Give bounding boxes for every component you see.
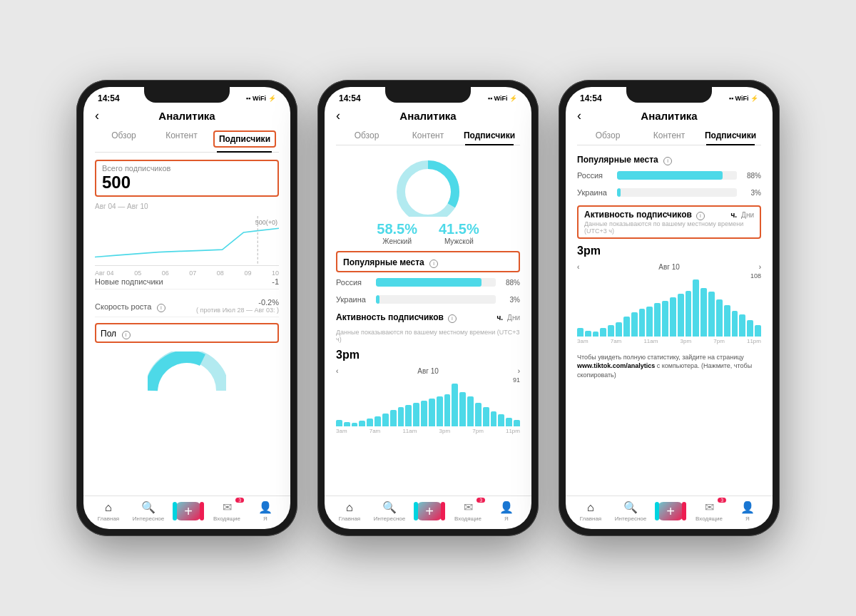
time-labels-2: 3am 7am 11am 3pm 7pm 11pm <box>336 428 520 434</box>
nav-plus-2[interactable]: + <box>415 502 444 520</box>
back-button-2[interactable]: ‹ <box>336 108 340 123</box>
bottom-nav-3: ⌂ Главная 🔍 Интересное + ✉ 3 Входящие <box>566 496 773 529</box>
pie-svg-2 <box>389 153 467 217</box>
nav-inbox-3[interactable]: ✉ 3 Входящие <box>695 500 723 522</box>
russia-bar-fill-3 <box>617 171 723 180</box>
tab-overview-3[interactable]: Обзор <box>577 126 638 145</box>
plus-button-3[interactable]: + <box>658 502 683 520</box>
nav-home-1[interactable]: ⌂ Главная <box>94 501 123 522</box>
russia-label-2: Россия <box>336 278 372 287</box>
header-title-1: Аналитика <box>158 110 215 122</box>
new-subscribers-value-1: -1 <box>272 277 279 286</box>
new-subscribers-label-1: Новые подписчики <box>95 277 163 286</box>
tab-subscribers-highlight-1: Подписчики <box>213 130 276 148</box>
nav-me-3[interactable]: 👤 Я <box>733 500 762 522</box>
chart-svg-1 <box>95 216 279 265</box>
hours-toggle-3[interactable]: ч. <box>731 211 738 219</box>
phone-2: 14:54 ▪▪ WiFi ⚡ ‹ Аналитика Обзор Контен… <box>317 80 539 536</box>
screen-content-2: 58.5% Женский 41.5% Мужской Популярные м… <box>325 145 531 496</box>
nav-home-2[interactable]: ⌂ Главная <box>335 501 364 522</box>
activity-note-2: Данные показываются по вашему местному в… <box>336 329 520 343</box>
footer-link-3[interactable]: www.tiktok.com/analytics <box>577 362 655 369</box>
semi-pie-svg-1 <box>148 351 226 394</box>
tab-content-1[interactable]: Контент <box>153 126 210 152</box>
nav-discover-3[interactable]: 🔍 Интересное <box>615 500 646 522</box>
days-toggle-3[interactable]: Дни <box>741 211 754 219</box>
growth-info-icon-1[interactable]: i <box>157 304 165 312</box>
bar-h3 <box>359 421 365 426</box>
activity-info-icon-2[interactable]: i <box>448 314 457 323</box>
app-header-1: ‹ Аналитика Обзор Контент Подписчики <box>83 107 290 153</box>
bar-h12 <box>429 399 435 426</box>
growth-label-1: Скорость роста <box>95 302 151 311</box>
female-stat-2: 58.5% Женский <box>377 221 417 245</box>
inbox-icon-3: ✉ <box>705 500 714 514</box>
tab-subscribers-2[interactable]: Подписчики <box>459 126 520 145</box>
bar-h18 <box>475 403 482 426</box>
tab-content-2[interactable]: Контент <box>397 126 459 145</box>
bar-h17 <box>467 396 474 426</box>
chart-max-3: 108 <box>750 272 761 279</box>
nav-home-3[interactable]: ⌂ Главная <box>576 501 605 522</box>
nav-discover-1[interactable]: 🔍 Интересное <box>133 500 164 522</box>
back-button-1[interactable]: ‹ <box>95 108 99 123</box>
header-title-3: Аналитика <box>641 110 697 122</box>
tab-subscribers-3[interactable]: Подписчики <box>700 126 761 145</box>
phone-2-screen: 14:54 ▪▪ WiFi ⚡ ‹ Аналитика Обзор Контен… <box>325 87 531 529</box>
nav-inbox-2[interactable]: ✉ 3 Входящие <box>454 500 482 522</box>
me-icon-1: 👤 <box>258 500 272 514</box>
status-time-3: 14:54 <box>580 93 602 103</box>
inbox-badge-1: 3 <box>235 498 244 503</box>
chart-labels-1: Авг 04 05 06 07 08 09 10 <box>95 270 279 277</box>
back-button-3[interactable]: ‹ <box>577 108 581 123</box>
inbox-badge-3: 3 <box>718 498 726 503</box>
activity-title-3: Активность подписчиков <box>584 210 692 220</box>
activity-info-icon-3[interactable]: i <box>696 212 705 220</box>
toggle-group-3: ч. Дни <box>731 211 754 219</box>
inbox-badge-2: 3 <box>477 498 485 503</box>
popular-info-icon-3[interactable]: i <box>663 157 672 165</box>
me-icon-3: 👤 <box>740 500 755 514</box>
bottom-nav-1: ⌂ Главная 🔍 Интересное + ✉ 3 Входящие <box>83 496 290 529</box>
home-icon-3: ⌂ <box>587 501 594 514</box>
hours-toggle-2[interactable]: ч. <box>497 314 504 322</box>
tab-overview-1[interactable]: Обзор <box>95 126 153 152</box>
plus-button-1[interactable]: + <box>175 502 201 520</box>
date-nav-2: ‹ Авг 10 › <box>336 367 520 375</box>
tab-content-3[interactable]: Контент <box>638 126 700 145</box>
status-time-2: 14:54 <box>339 93 361 103</box>
screen-content-1: Всего подписчиков 500 Авг 04 — Авг 10 50… <box>83 153 290 496</box>
popular-title-2: Популярные места <box>343 257 424 267</box>
footer-text-3: Чтобы увидеть полную статистику, зайдите… <box>577 353 761 380</box>
nav-plus-1[interactable]: + <box>174 502 203 520</box>
inbox-icon-2: ✉ <box>464 500 473 514</box>
total-subscribers-box-1: Всего подписчиков 500 <box>95 160 279 197</box>
ukraine-bar-track-3 <box>617 188 737 197</box>
popular-section-3: Популярные места i <box>577 153 761 165</box>
nav-me-2[interactable]: 👤 Я <box>492 500 521 522</box>
status-time-1: 14:54 <box>98 93 120 103</box>
nav-plus-3[interactable]: + <box>656 502 685 520</box>
total-label-1: Всего подписчиков <box>102 164 272 173</box>
activity-note-3: Данные показываются по вашему местному в… <box>584 220 754 235</box>
ukraine-pct-2: 3% <box>500 296 520 304</box>
activity-header-3: Активность подписчиков i ч. Дни <box>584 210 754 220</box>
tabs-row-2: Обзор Контент Подписчики <box>336 126 520 145</box>
plus-button-2[interactable]: + <box>417 502 442 520</box>
screen-content-3: Популярные места i Россия 88% Украина <box>566 145 773 496</box>
ukraine-bar-row-3: Украина 3% <box>577 188 761 197</box>
tab-subscribers-1[interactable]: Подписчики <box>210 126 279 152</box>
popular-info-icon-2[interactable]: i <box>429 260 438 268</box>
nav-me-1[interactable]: 👤 Я <box>251 500 280 522</box>
nav-inbox-1[interactable]: ✉ 3 Входящие <box>213 500 241 522</box>
nav-discover-2[interactable]: 🔍 Интересное <box>374 500 405 522</box>
time-label-2: 3pm <box>336 349 520 361</box>
semi-pie-1 <box>95 351 279 394</box>
days-toggle-2[interactable]: Дни <box>507 314 520 322</box>
tab-overview-2[interactable]: Обзор <box>336 126 397 145</box>
ukraine-bar-fill-2 <box>376 295 379 304</box>
male-stat-2: 41.5% Мужской <box>439 221 479 245</box>
chart-max-2: 91 <box>513 376 520 384</box>
gender-label-1: Пол <box>101 329 116 339</box>
gender-info-icon-1[interactable]: i <box>122 331 131 339</box>
